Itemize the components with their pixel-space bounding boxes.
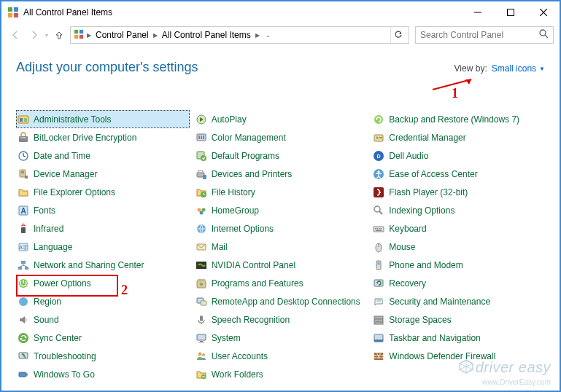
address-dropdown[interactable]: ⌄	[263, 32, 274, 39]
svg-point-50	[374, 206, 380, 212]
item-region[interactable]: Region	[16, 292, 190, 310]
item-device-manager[interactable]: Device Manager	[16, 165, 190, 183]
maximize-button[interactable]	[494, 1, 527, 23]
svg-rect-84	[374, 322, 383, 324]
item-flash-player[interactable]: Flash Player (32-bit)	[371, 183, 545, 201]
storage-spaces-icon	[373, 314, 384, 326]
nav-forward-button[interactable]	[26, 27, 42, 43]
svg-rect-55	[375, 228, 376, 230]
item-power-options[interactable]: Power Options	[16, 274, 190, 292]
item-security-maintenance[interactable]: Security and Maintenance	[371, 292, 545, 310]
file-history-icon	[196, 187, 207, 198]
item-recovery[interactable]: Recovery	[371, 274, 545, 292]
svg-rect-8	[74, 29, 78, 33]
item-indexing-options[interactable]: Indexing Options	[371, 201, 545, 219]
svg-point-12	[540, 30, 546, 36]
nav-up-button[interactable]	[51, 27, 67, 43]
item-storage-spaces[interactable]: Storage Spaces	[371, 310, 545, 329]
svg-rect-15	[20, 118, 23, 122]
item-credential-manager[interactable]: Credential Manager	[371, 128, 545, 146]
svg-rect-20	[20, 137, 26, 138]
svg-rect-90	[374, 340, 383, 342]
address-bar[interactable]: ▶ Control Panel ▶ All Control Panel Item…	[70, 26, 409, 44]
item-color-management[interactable]: Color Management	[194, 128, 368, 146]
close-button[interactable]	[527, 1, 560, 23]
search-input[interactable]	[420, 30, 539, 40]
search-box[interactable]	[415, 26, 554, 44]
indexing-options-icon	[373, 205, 384, 216]
item-programs-features[interactable]: Programs and Features	[194, 274, 368, 292]
sync-center-icon	[18, 332, 29, 344]
sound-icon	[18, 314, 29, 326]
view-by-label: View by:	[454, 63, 487, 74]
item-fonts[interactable]: AFonts	[16, 201, 190, 219]
color-management-icon	[196, 132, 207, 144]
keyboard-icon	[373, 223, 384, 235]
svg-rect-22	[198, 136, 200, 139]
work-folders-icon	[196, 369, 207, 380]
autoplay-icon	[196, 114, 207, 125]
item-network-sharing[interactable]: Network and Sharing Center	[16, 256, 190, 274]
item-internet-options[interactable]: Internet Options	[194, 219, 368, 238]
item-system[interactable]: System	[194, 329, 368, 347]
item-mouse[interactable]: Mouse	[371, 238, 545, 256]
svg-text:D: D	[377, 154, 381, 159]
item-date-time[interactable]: Date and Time	[16, 146, 190, 165]
svg-line-13	[545, 35, 548, 38]
view-by-dropdown[interactable]: Small icons ▼	[492, 63, 545, 74]
item-dell-audio[interactable]: DDell Audio	[371, 146, 545, 165]
svg-point-42	[378, 170, 380, 173]
breadcrumb-all-items[interactable]: All Control Panel Items	[160, 30, 252, 40]
item-bitlocker[interactable]: BitLocker Drive Encryption	[16, 128, 190, 146]
svg-rect-3	[14, 13, 18, 17]
mouse-icon	[373, 241, 384, 253]
windows-defender-firewall-icon	[373, 350, 384, 362]
item-windows-defender-firewall[interactable]: Windows Defender Firewall	[371, 347, 545, 365]
item-autoplay[interactable]: AutoPlay	[194, 110, 368, 128]
item-speech-recognition[interactable]: Speech Recognition	[194, 310, 368, 329]
svg-rect-86	[197, 334, 206, 340]
item-troubleshooting[interactable]: Troubleshooting	[16, 347, 190, 365]
minimize-button[interactable]	[461, 1, 494, 23]
item-administrative-tools[interactable]: Administrative Tools	[16, 110, 190, 128]
item-keyboard[interactable]: Keyboard	[371, 219, 545, 238]
breadcrumb-sep[interactable]: ▶	[255, 32, 260, 39]
item-language[interactable]: A字Language	[16, 238, 190, 256]
svg-rect-58	[381, 228, 382, 230]
item-backup-restore[interactable]: Backup and Restore (Windows 7)	[371, 110, 545, 128]
item-file-history[interactable]: File History	[194, 183, 368, 201]
item-sync-center[interactable]: Sync Center	[16, 329, 190, 347]
nav-back-button[interactable]	[7, 27, 23, 43]
date-time-icon	[18, 150, 29, 162]
bitlocker-icon	[18, 132, 29, 144]
item-devices-printers[interactable]: Devices and Printers	[194, 165, 368, 183]
item-sound[interactable]: Sound	[16, 310, 190, 329]
item-taskbar-navigation[interactable]: Taskbar and Navigation	[371, 329, 545, 347]
breadcrumb-sep[interactable]: ▶	[87, 32, 91, 39]
item-homegroup[interactable]: HomeGroup	[194, 201, 368, 219]
search-icon[interactable]	[539, 29, 549, 41]
svg-point-18	[374, 115, 383, 124]
item-user-accounts[interactable]: User Accounts	[194, 347, 368, 365]
item-ease-of-access[interactable]: Ease of Access Center	[371, 165, 545, 183]
item-file-explorer-options[interactable]: File Explorer Options	[16, 183, 190, 201]
item-infrared[interactable]: Infrared	[16, 219, 190, 238]
recovery-icon	[373, 278, 384, 289]
svg-rect-73	[198, 279, 205, 281]
nav-bar: ▾ ▶ Control Panel ▶ All Control Panel It…	[1, 23, 560, 47]
breadcrumb-sep[interactable]: ▶	[153, 32, 158, 39]
mail-icon	[196, 241, 207, 253]
item-default-programs[interactable]: Default Programs	[194, 146, 368, 165]
item-windows-to-go[interactable]: Windows To Go	[16, 365, 190, 383]
title-bar: All Control Panel Items	[1, 1, 560, 23]
refresh-button[interactable]	[390, 27, 406, 43]
item-work-folders[interactable]: Work Folders	[194, 365, 368, 383]
item-remoteapp[interactable]: RemoteApp and Desktop Connections	[194, 292, 368, 310]
breadcrumb-control-panel[interactable]: Control Panel	[94, 30, 150, 40]
item-nvidia-control-panel[interactable]: NVIDIA Control Panel	[194, 256, 368, 274]
item-phone-modem[interactable]: Phone and Modem	[371, 256, 545, 274]
item-mail[interactable]: Mail	[194, 238, 368, 256]
nav-recent-dropdown[interactable]: ▾	[45, 32, 48, 39]
credential-manager-icon	[373, 132, 384, 144]
svg-rect-87	[200, 341, 203, 342]
